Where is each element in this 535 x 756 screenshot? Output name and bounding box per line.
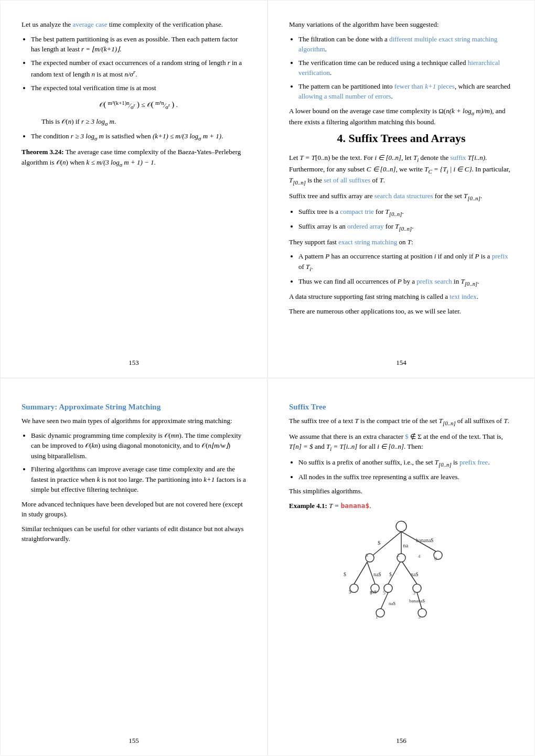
list-156: No suffix is a prefix of another suffix,…	[298, 457, 513, 482]
p156-2: We assume that there is an extra charact…	[289, 431, 513, 453]
link-average-case[interactable]: average case	[72, 20, 107, 28]
p154-text-index: A data structure supporting fast string …	[289, 291, 513, 302]
p155-1: We have seen two main types of algorithm…	[22, 416, 246, 426]
link-different-multiple[interactable]: different multiple exact string matching…	[298, 35, 497, 53]
banana-suffix-tree-svg: $ na banana$ $ 5 na$ na$	[338, 516, 464, 626]
svg-text:6: 6	[366, 553, 368, 558]
page-number-153: 153	[129, 359, 139, 367]
svg-text:na$: na$	[373, 571, 381, 577]
svg-text:1: 1	[376, 614, 378, 620]
link-compact-trie[interactable]: compact trie	[340, 208, 374, 215]
p156-example: Example 4.1: T = banana$.	[289, 501, 513, 511]
li-155-1: Basic dynamic programming time complexit…	[31, 430, 246, 461]
svg-text:na: na	[403, 542, 409, 548]
chapter-title: 4. Suffix Trees and Arrays	[289, 132, 513, 145]
p154-fast: They support fast exact string matching …	[289, 237, 513, 247]
li-156-2: All nodes in the suffix tree representin…	[298, 472, 513, 482]
p154-let: Let T = T[0..n) be the text. For i ∈ [0.…	[289, 153, 513, 187]
li-154-1: The filtration can be done with a differ…	[298, 34, 513, 55]
svg-point-0	[396, 521, 406, 532]
p155-more: More advanced techniques have been devel…	[22, 499, 246, 520]
li-154-5: Suffix array is an ordered array for T[0…	[298, 221, 513, 233]
li-153-1: The best pattern partitioning is as even…	[31, 34, 246, 55]
svg-text:$: $	[344, 571, 346, 577]
page-number-156: 156	[396, 737, 406, 745]
link-suffix[interactable]: suffix	[450, 154, 466, 161]
li-156-1: No suffix is a prefix of another suffix,…	[298, 457, 513, 469]
link-set-all-suffixes[interactable]: set of all suffixes	[324, 176, 370, 184]
p154-intro: Many variations of the algorithm have be…	[289, 19, 513, 30]
page-153: Let us analyze the average case time com…	[0, 0, 268, 378]
page-154: Many variations of the algorithm have be…	[268, 0, 535, 378]
link-ordered-array[interactable]: ordered array	[347, 222, 384, 230]
section-summary: Summary: Approximate String Matching	[22, 403, 246, 412]
li-154-2: The verification time can be reduced usi…	[298, 58, 513, 78]
svg-line-10	[354, 562, 367, 584]
svg-text:banana$: banana$	[416, 537, 433, 543]
list-154-3: A pattern P has an occurrence starting a…	[298, 251, 513, 287]
svg-text:na$: na$	[389, 601, 395, 606]
li-154-4: Suffix tree is a compact trie for T[0..n…	[298, 207, 513, 218]
svg-text:0: 0	[434, 556, 437, 561]
theorem-324: Theorem 3.24: The average case time comp…	[22, 147, 246, 168]
p155-similar: Similar techniques can be useful for oth…	[22, 524, 246, 544]
link-prefix-free[interactable]: prefix free	[459, 458, 488, 466]
list-154-2: Suffix tree is a compact trie for T[0..n…	[298, 207, 513, 233]
list-153: The best pattern partitioning is as even…	[31, 34, 246, 143]
svg-text:1: 1	[370, 590, 372, 596]
li-154-6: A pattern P has an occurrence starting a…	[298, 251, 513, 273]
li-154-7: Thus we can find all occurrences of P by…	[298, 276, 513, 288]
svg-text:3: 3	[413, 590, 415, 596]
list-155: Basic dynamic programming time complexit…	[31, 430, 246, 495]
link-prefix-ti[interactable]: prefix	[492, 252, 508, 260]
link-fewer-pieces[interactable]: fewer than k+1 pieces	[394, 82, 455, 90]
link-search-ds[interactable]: search data structures	[374, 192, 433, 200]
p153-1: Let us analyze the average case time com…	[22, 19, 246, 30]
svg-text:$: $	[378, 539, 381, 546]
section-suffix-tree: Suffix Tree	[289, 403, 513, 412]
svg-text:5: 5	[383, 590, 386, 596]
formula-153: 𝒪( m²(k+1)n⁄σr ) ≤ 𝒪( m³n⁄σr ) .	[31, 98, 246, 111]
li-154-3: The pattern can be partitioned into fewe…	[298, 81, 513, 102]
svg-text:3: 3	[349, 589, 351, 595]
link-text-index[interactable]: text index	[450, 293, 477, 300]
svg-text:4: 4	[418, 554, 421, 559]
list-154: The filtration can be done with a differ…	[298, 34, 513, 102]
li-153-2: The expected number of exact occurrences…	[31, 58, 246, 80]
link-allowing-small[interactable]: allowing a small number of errors	[298, 92, 391, 100]
svg-text:na$: na$	[411, 571, 418, 577]
link-hierarchical[interactable]: hierarchical verification	[298, 59, 500, 77]
page-156: Suffix Tree The suffix tree of a text T …	[268, 378, 535, 756]
page-number-155: 155	[129, 737, 139, 745]
p154-lowerbound: A lower bound on the average case time c…	[289, 106, 513, 127]
svg-text:banana$: banana$	[409, 598, 425, 603]
svg-text:2: 2	[397, 553, 400, 558]
li-153-4: The condition r ≥ 3 logσ m is satisfied …	[31, 131, 246, 143]
document: Let us analyze the average case time com…	[0, 0, 535, 756]
p154-numerous: There are numerous other applications to…	[289, 306, 513, 317]
svg-text:$: $	[389, 571, 392, 577]
banana-tree-container: $ na banana$ $ 5 na$ na$	[289, 516, 513, 626]
page-155: Summary: Approximate String Matching We …	[0, 378, 268, 756]
link-exact-string[interactable]: exact string matching	[338, 238, 397, 246]
link-prefix-search[interactable]: prefix search	[416, 277, 452, 285]
p156-simplifies: This simplifies algorithms.	[289, 486, 513, 496]
p154-search-ds: Suffix tree and suffix array are search …	[289, 191, 513, 202]
svg-line-1	[370, 532, 401, 558]
li-153-3: The expected total verification time is …	[31, 83, 246, 128]
li-155-2: Filtering algorithms can improve average…	[31, 464, 246, 495]
p156-1: The suffix tree of a text T is the compa…	[289, 416, 513, 427]
page-number-154: 154	[396, 359, 406, 367]
svg-text:3: 3	[418, 614, 421, 620]
